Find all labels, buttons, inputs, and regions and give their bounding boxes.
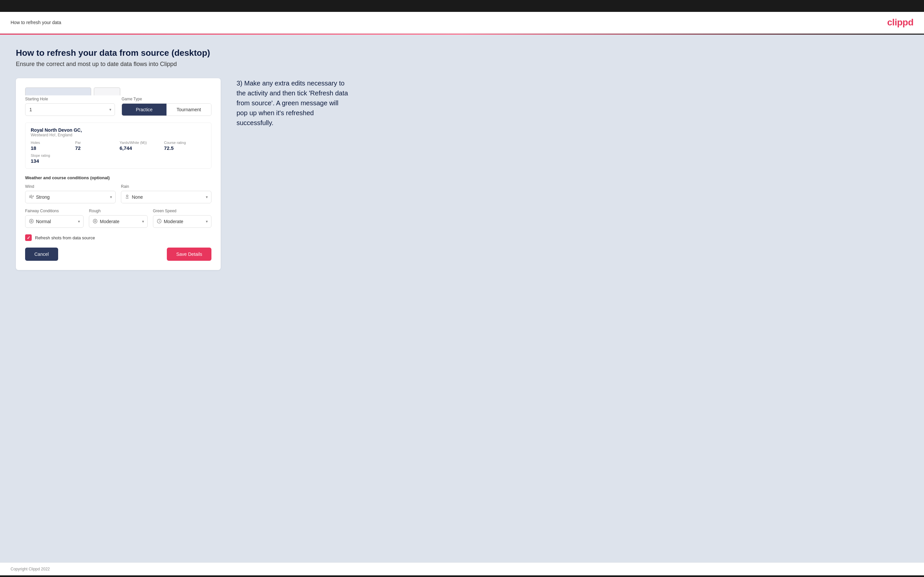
holes-label: Holes (31, 140, 73, 145)
wind-select-wrapper[interactable]: Strong Light None ▾ (25, 191, 116, 203)
fairway-icon (26, 219, 34, 225)
holes-value: 18 (31, 145, 73, 151)
par-stat: Par 72 (75, 140, 117, 151)
cancel-button[interactable]: Cancel (25, 248, 58, 261)
wind-rain-row: Wind Strong Light None ▾ Rain (25, 184, 212, 203)
course-location: Westward Ho!, England (31, 133, 206, 137)
footer: Copyright Clippd 2022 (0, 562, 924, 575)
course-rating-stat: Course rating 72.5 (164, 140, 206, 151)
holes-stat: Holes 18 (31, 140, 73, 151)
tournament-button[interactable]: Tournament (166, 104, 211, 116)
button-row: Cancel Save Details (25, 248, 212, 261)
svg-point-0 (126, 195, 128, 197)
slope-rating-value: 134 (31, 158, 73, 164)
green-speed-field: Green Speed Moderate Fast Slow ▾ (153, 209, 212, 228)
starting-hole-field: Starting Hole 1 10 ▾ (25, 97, 115, 116)
rough-icon (89, 219, 98, 225)
par-label: Par (75, 140, 117, 145)
rain-label: Rain (121, 184, 212, 189)
svg-point-3 (31, 221, 32, 222)
starting-game-row: Starting Hole 1 10 ▾ Game Type Practice … (25, 97, 212, 116)
fairway-label: Fairway Conditions (25, 209, 84, 213)
rain-select[interactable]: None Light Heavy (130, 191, 211, 203)
fairway-select-wrapper[interactable]: Normal Soft Firm ▾ (25, 215, 84, 228)
page-title: How to refresh your data from source (de… (16, 48, 908, 58)
conditions-row: Fairway Conditions Normal Soft Firm ▾ (25, 209, 212, 228)
course-rating-value: 72.5 (164, 145, 206, 151)
course-info: Royal North Devon GC, Westward Ho!, Engl… (25, 122, 212, 169)
copyright: Copyright Clippd 2022 (11, 567, 50, 571)
wind-field: Wind Strong Light None ▾ (25, 184, 116, 203)
rain-icon (121, 194, 130, 200)
rough-select[interactable]: Moderate Light Heavy (98, 216, 147, 227)
content-layout: Starting Hole 1 10 ▾ Game Type Practice … (16, 78, 908, 270)
fairway-select[interactable]: Normal Soft Firm (34, 216, 83, 227)
form-card: Starting Hole 1 10 ▾ Game Type Practice … (16, 78, 221, 270)
game-type-label: Game Type (121, 97, 212, 102)
rough-select-wrapper[interactable]: Moderate Light Heavy ▾ (89, 215, 147, 228)
game-type-buttons: Practice Tournament (121, 103, 212, 116)
starting-hole-select[interactable]: 1 10 (26, 104, 115, 116)
svg-point-2 (29, 219, 33, 223)
course-rating-label: Course rating (164, 140, 206, 145)
green-speed-label: Green Speed (153, 209, 212, 213)
rough-label: Rough (89, 209, 147, 213)
green-speed-select[interactable]: Moderate Fast Slow (162, 216, 211, 227)
svg-point-5 (94, 221, 96, 222)
yards-stat: Yards/White (M)) 6,744 (120, 140, 162, 151)
green-speed-select-wrapper[interactable]: Moderate Fast Slow ▾ (153, 215, 212, 228)
header: How to refresh your data clippd (0, 12, 924, 34)
green-speed-icon (153, 219, 162, 225)
refresh-checkbox[interactable]: ✓ (25, 234, 32, 241)
side-description: 3) Make any extra edits necessary to the… (236, 78, 349, 128)
rough-field: Rough Moderate Light Heavy ▾ (89, 209, 147, 228)
page-subtitle: Ensure the correct and most up to date d… (16, 61, 908, 68)
conditions-label: Weather and course conditions (optional) (25, 175, 212, 180)
slope-rating-stat: Slope rating 134 (31, 153, 73, 164)
fairway-field: Fairway Conditions Normal Soft Firm ▾ (25, 209, 84, 228)
check-icon: ✓ (27, 235, 31, 240)
course-stats: Holes 18 Par 72 Yards/White (M)) 6,744 C… (31, 140, 206, 164)
slope-rating-label: Slope rating (31, 153, 73, 158)
header-title: How to refresh your data (11, 20, 61, 25)
wind-icon (26, 194, 34, 200)
wind-label: Wind (25, 184, 116, 189)
rain-field: Rain None Light Heavy ▾ (121, 184, 212, 203)
wind-select[interactable]: Strong Light None (34, 191, 115, 203)
yards-label: Yards/White (M)) (120, 140, 162, 145)
game-type-field: Game Type Practice Tournament (121, 97, 212, 116)
logo: clippd (887, 17, 913, 28)
course-name: Royal North Devon GC, (31, 127, 206, 133)
par-value: 72 (75, 145, 117, 151)
yards-value: 6,744 (120, 145, 162, 151)
save-button[interactable]: Save Details (167, 248, 212, 261)
refresh-label: Refresh shots from data source (35, 235, 95, 240)
rain-select-wrapper[interactable]: None Light Heavy ▾ (121, 191, 212, 203)
starting-hole-select-wrapper[interactable]: 1 10 ▾ (25, 103, 115, 116)
refresh-checkbox-row: ✓ Refresh shots from data source (25, 234, 212, 241)
starting-hole-label: Starting Hole (25, 97, 115, 102)
svg-point-4 (93, 219, 97, 223)
practice-button[interactable]: Practice (122, 104, 166, 116)
main-content: How to refresh your data from source (de… (0, 35, 924, 562)
top-bar (0, 0, 924, 12)
